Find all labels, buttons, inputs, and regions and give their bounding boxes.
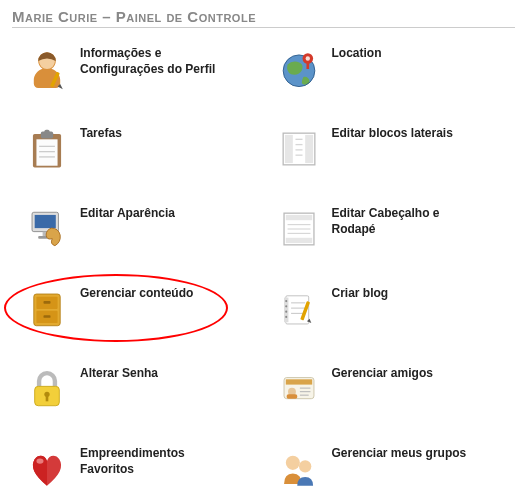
svg-point-6 — [305, 56, 309, 60]
svg-rect-50 — [285, 379, 311, 384]
password-icon — [22, 364, 72, 414]
item-label: Gerenciar conteúdo — [80, 286, 193, 302]
svg-rect-52 — [286, 394, 297, 398]
item-manage-content[interactable]: Gerenciar conteúdo — [12, 274, 264, 354]
item-profile-info[interactable]: Informações e Configurações do Perfil — [12, 34, 264, 114]
svg-point-41 — [285, 316, 287, 318]
item-label: Gerenciar amigos — [332, 366, 433, 382]
item-label: Tarefas — [80, 126, 122, 142]
svg-rect-22 — [35, 215, 56, 228]
item-change-password[interactable]: Alterar Senha — [12, 354, 264, 434]
svg-rect-8 — [36, 139, 57, 165]
headerfooter-icon — [274, 204, 324, 254]
svg-point-40 — [285, 311, 287, 313]
page-title: Marie Curie – Painel de Controle — [12, 8, 515, 28]
groups-icon — [274, 444, 324, 494]
tasks-icon — [22, 124, 72, 174]
item-tasks[interactable]: Tarefas — [12, 114, 264, 194]
svg-point-57 — [285, 456, 299, 470]
item-create-blog[interactable]: Criar blog — [264, 274, 516, 354]
svg-point-39 — [285, 305, 287, 307]
content-icon — [22, 284, 72, 334]
profile-icon — [22, 44, 72, 94]
item-label: Editar Aparência — [80, 206, 175, 222]
item-label: Criar blog — [332, 286, 389, 302]
item-label: Informações e Configurações do Perfil — [80, 46, 220, 77]
item-label: Location — [332, 46, 382, 62]
item-header-footer[interactable]: Editar Cabeçalho e Rodapé — [264, 194, 516, 274]
appearance-icon — [22, 204, 72, 254]
item-label: Editar Cabeçalho e Rodapé — [332, 206, 472, 237]
svg-rect-15 — [284, 135, 292, 163]
svg-rect-34 — [43, 301, 50, 304]
item-appearance[interactable]: Editar Aparência — [12, 194, 264, 274]
item-side-blocks[interactable]: Editar blocos laterais — [264, 114, 516, 194]
item-label: Gerenciar meus grupos — [332, 446, 467, 462]
item-location[interactable]: Location — [264, 34, 516, 114]
item-favorites[interactable]: Empreendimentos Favoritos — [12, 434, 264, 502]
svg-rect-26 — [285, 215, 311, 220]
svg-point-58 — [299, 460, 311, 472]
svg-rect-48 — [46, 394, 49, 401]
svg-rect-10 — [44, 130, 49, 134]
location-icon — [274, 44, 324, 94]
item-manage-groups[interactable]: Gerenciar meus grupos — [264, 434, 516, 502]
item-label: Empreendimentos Favoritos — [80, 446, 220, 477]
svg-point-38 — [285, 300, 287, 302]
item-manage-friends[interactable]: Gerenciar amigos — [264, 354, 516, 434]
svg-rect-27 — [285, 238, 311, 243]
item-label: Editar blocos laterais — [332, 126, 453, 142]
svg-point-56 — [36, 458, 43, 463]
control-panel-grid: Informações e Configurações do Perfil Lo… — [12, 34, 515, 502]
svg-rect-35 — [43, 315, 50, 318]
favorites-icon — [22, 444, 72, 494]
friends-icon — [274, 364, 324, 414]
item-label: Alterar Senha — [80, 366, 158, 382]
sideblocks-icon — [274, 124, 324, 174]
svg-rect-16 — [305, 135, 313, 163]
blog-icon — [274, 284, 324, 334]
